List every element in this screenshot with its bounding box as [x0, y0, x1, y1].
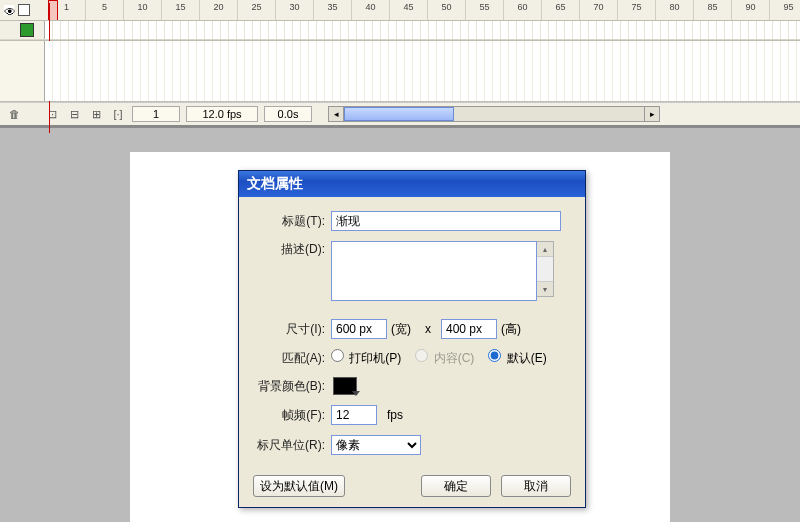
ruler-mark: 25 [238, 0, 276, 20]
trash-icon[interactable]: 🗑 [6, 106, 22, 122]
description-textarea[interactable] [331, 241, 537, 301]
cancel-button[interactable]: 取消 [501, 475, 571, 497]
timeline-status-bar: 🗑 ⊡ ⊟ ⊞ [·] 1 12.0 fps 0.0s ◂ ▸ [0, 102, 800, 127]
width-input[interactable] [331, 319, 387, 339]
label-bgcolor: 背景颜色(B): [253, 378, 331, 395]
ruler-mark: 10 [124, 0, 162, 20]
set-default-button[interactable]: 设为默认值(M) [253, 475, 345, 497]
ruler-mark: 15 [162, 0, 200, 20]
bgcolor-swatch[interactable] [333, 377, 357, 395]
onion-skin-icon[interactable]: ⊡ [44, 106, 60, 122]
ruler-mark: 90 [732, 0, 770, 20]
document-properties-dialog: 文档属性 标题(T): 描述(D): ▴ ▾ 尺寸(I): (宽) x (高) … [238, 170, 586, 508]
layer-visibility-icon[interactable]: 👁 [4, 5, 14, 15]
match-printer-radio[interactable]: 打印机(P) [331, 349, 401, 367]
dialog-title: 文档属性 [247, 175, 303, 193]
height-suffix: (高) [501, 321, 521, 338]
time-field[interactable]: 0.0s [264, 106, 312, 122]
dialog-titlebar[interactable]: 文档属性 [239, 171, 585, 197]
label-match: 匹配(A): [253, 350, 331, 367]
ruler-mark: 55 [466, 0, 504, 20]
label-rulerunits: 标尺单位(R): [253, 437, 331, 454]
ruler-mark: 65 [542, 0, 580, 20]
framerate-input[interactable] [331, 405, 377, 425]
rulerunits-select[interactable]: 像素 [331, 435, 421, 455]
onion-outline-icon[interactable]: ⊟ [66, 106, 82, 122]
center-frame-icon[interactable]: [·] [110, 106, 126, 122]
layer-outline-icon[interactable] [18, 4, 30, 16]
layer-controls: 👁 [0, 0, 48, 20]
match-default-radio[interactable]: 默认(E) [488, 349, 546, 367]
ruler-mark: 45 [390, 0, 428, 20]
height-input[interactable] [441, 319, 497, 339]
ruler-mark: 5 [86, 0, 124, 20]
ruler-mark: 50 [428, 0, 466, 20]
ruler-mark: 85 [694, 0, 732, 20]
scroll-up-icon[interactable]: ▴ [537, 242, 553, 257]
ok-button[interactable]: 确定 [421, 475, 491, 497]
framerate-unit: fps [387, 408, 403, 422]
layer-color-swatch[interactable] [20, 23, 34, 37]
width-suffix: (宽) [391, 321, 411, 338]
ruler-mark: 35 [314, 0, 352, 20]
ruler-mark: 75 [618, 0, 656, 20]
ruler-mark: 40 [352, 0, 390, 20]
frames-empty-area[interactable] [44, 41, 800, 101]
dim-separator: x [425, 322, 431, 336]
label-framerate: 帧频(F): [253, 407, 331, 424]
label-title: 标题(T): [253, 213, 331, 230]
ruler-mark: 60 [504, 0, 542, 20]
match-contents-radio: 内容(C) [415, 349, 474, 367]
timeline-ruler[interactable]: 1510152025303540455055606570758085909510… [48, 0, 800, 20]
label-desc: 描述(D): [253, 241, 331, 258]
timeline-panel: 👁 15101520253035404550556065707580859095… [0, 0, 800, 128]
frames-track[interactable] [44, 21, 800, 39]
current-frame-field[interactable]: 1 [132, 106, 180, 122]
edit-frames-icon[interactable]: ⊞ [88, 106, 104, 122]
scroll-thumb[interactable] [344, 107, 454, 121]
scroll-right-icon[interactable]: ▸ [644, 106, 660, 122]
ruler-mark: 70 [580, 0, 618, 20]
textarea-scrollbar[interactable]: ▴ ▾ [537, 241, 554, 297]
ruler-mark: 30 [276, 0, 314, 20]
label-size: 尺寸(I): [253, 321, 331, 338]
ruler-mark: 80 [656, 0, 694, 20]
ruler-mark: 20 [200, 0, 238, 20]
title-input[interactable] [331, 211, 561, 231]
scroll-left-icon[interactable]: ◂ [328, 106, 344, 122]
fps-field[interactable]: 12.0 fps [186, 106, 258, 122]
ruler-mark: 95 [770, 0, 800, 20]
scroll-down-icon[interactable]: ▾ [537, 281, 553, 296]
timeline-hscrollbar[interactable]: ◂ ▸ [328, 106, 660, 122]
